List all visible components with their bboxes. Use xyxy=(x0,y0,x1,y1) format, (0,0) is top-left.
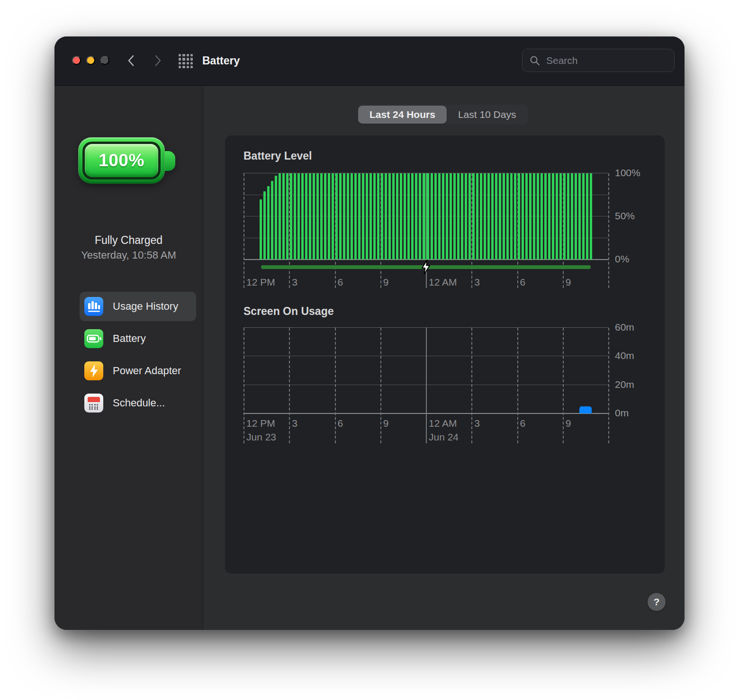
battery-percent-label: 100% xyxy=(99,151,144,171)
y-axis-label: 40m xyxy=(615,350,634,361)
x-axis-label: 9 xyxy=(566,418,571,429)
chevron-left-icon xyxy=(124,53,140,69)
battery-level-bar xyxy=(373,173,376,260)
battery-level-bar xyxy=(301,173,304,260)
battery-level-bar xyxy=(381,173,383,260)
y-axis-label: 60m xyxy=(615,322,634,333)
battery-level-bar xyxy=(354,173,357,260)
forward-button[interactable] xyxy=(149,53,165,69)
sidebar-item-schedule[interactable]: Schedule... xyxy=(80,388,196,418)
battery-level-bar xyxy=(263,191,266,260)
battery-level-bar xyxy=(510,173,513,260)
gridline-x-24 xyxy=(608,173,609,288)
battery-level-bar xyxy=(563,173,566,260)
gridline-x-0 xyxy=(243,328,244,443)
battery-level-bar xyxy=(309,173,311,260)
battery-level-bar xyxy=(476,173,478,260)
battery-level-bar xyxy=(388,173,391,260)
x-axis-label: 3 xyxy=(474,277,480,288)
battery-level-bar xyxy=(582,173,585,260)
zoom-window-button[interactable] xyxy=(100,56,109,65)
battery-level-bar xyxy=(575,173,577,260)
chevron-right-icon xyxy=(149,53,165,69)
battery-level-bar xyxy=(290,173,292,260)
battery-level-bar xyxy=(426,173,429,260)
battery-level-bar xyxy=(529,173,532,260)
back-button[interactable] xyxy=(124,53,140,69)
x-axis-label: 12 AM xyxy=(429,277,457,288)
x-axis-label: 9 xyxy=(383,418,389,429)
date-label: Jun 23 xyxy=(246,431,276,443)
battery-level-bar xyxy=(446,173,448,260)
sidebar-item-label: Battery xyxy=(113,332,146,345)
x-axis-label: 12 AM xyxy=(429,418,457,429)
x-axis-label: 9 xyxy=(383,277,389,288)
x-axis-label: 6 xyxy=(338,418,343,429)
battery-level-bar xyxy=(392,173,395,260)
search-input[interactable] xyxy=(545,54,659,67)
battery-level-bar xyxy=(279,173,281,260)
screen-on-usage-title: Screen On Usage xyxy=(243,305,333,318)
tab-last-24-hours[interactable]: Last 24 Hours xyxy=(358,106,447,124)
battery-level-bar xyxy=(332,173,334,260)
battery-level-bar xyxy=(484,173,486,260)
gridline-x-9 xyxy=(380,328,381,443)
charge-status-title: Fully Charged xyxy=(54,234,203,247)
time-range-segmented-control: Last 24 Hours Last 10 Days xyxy=(357,105,528,125)
battery-level-bar xyxy=(578,173,581,260)
screen-on-usage-bar xyxy=(579,406,592,413)
gridline-x-0 xyxy=(243,173,244,288)
x-axis-label: 3 xyxy=(292,277,297,288)
sidebar-item-label: Usage History xyxy=(113,300,178,313)
battery-level-bar xyxy=(400,173,402,260)
y-axis-label: 0m xyxy=(615,407,629,419)
battery-level-bar xyxy=(499,173,501,260)
sidebar-item-power-adapter[interactable]: Power Adapter xyxy=(80,356,196,386)
x-axis-label: 12 PM xyxy=(246,277,275,288)
battery-level-bar xyxy=(431,173,433,260)
battery-level-bar xyxy=(267,186,270,260)
battery-icon xyxy=(84,329,103,348)
battery-level-bar xyxy=(514,173,516,260)
battery-level-bar xyxy=(506,173,509,260)
battery-level-bar xyxy=(351,173,353,260)
battery-level-bar xyxy=(487,173,490,260)
search-icon xyxy=(529,55,541,66)
gridline-x-12 xyxy=(426,328,427,443)
battery-level-bar xyxy=(559,173,562,260)
battery-level-bar xyxy=(438,173,441,260)
help-button[interactable]: ? xyxy=(648,593,666,611)
battery-level-bar xyxy=(358,173,360,260)
sidebar-item-battery[interactable]: Battery xyxy=(80,324,196,353)
battery-level-bar xyxy=(385,173,387,260)
battery-level-bar xyxy=(567,173,569,260)
battery-level-bar xyxy=(404,173,406,260)
battery-level-bar xyxy=(320,173,323,260)
sidebar-item-usage-history[interactable]: Usage History xyxy=(80,292,196,321)
battery-level-bar xyxy=(396,173,398,260)
battery-level-bar xyxy=(472,173,475,260)
battery-level-bar xyxy=(548,173,550,260)
battery-level-bar xyxy=(522,173,524,260)
battery-level-bar xyxy=(495,173,497,260)
battery-level-bar xyxy=(282,173,285,260)
battery-level-bar xyxy=(423,173,425,260)
lightning-bolt-icon xyxy=(84,361,103,380)
battery-level-bar xyxy=(411,173,414,260)
show-all-grid-icon[interactable] xyxy=(179,54,193,68)
calendar-icon xyxy=(84,394,103,413)
sidebar: 100% Fully Charged Yesterday, 10:58 AM xyxy=(54,86,203,630)
minimize-window-button[interactable] xyxy=(86,56,95,65)
battery-level-title: Battery Level xyxy=(243,150,312,162)
battery-level-bar xyxy=(271,181,273,260)
battery-level-bar xyxy=(537,173,539,260)
battery-level-bar xyxy=(370,173,372,260)
close-window-button[interactable] xyxy=(72,56,81,65)
tab-last-10-days[interactable]: Last 10 Days xyxy=(447,106,528,124)
battery-level-bar xyxy=(377,173,379,260)
window-title: Battery xyxy=(202,54,240,67)
search-field[interactable] xyxy=(522,49,675,72)
x-axis-label: 6 xyxy=(520,418,526,429)
gridline-x-6 xyxy=(335,328,336,443)
gridline-x-18 xyxy=(517,328,518,443)
